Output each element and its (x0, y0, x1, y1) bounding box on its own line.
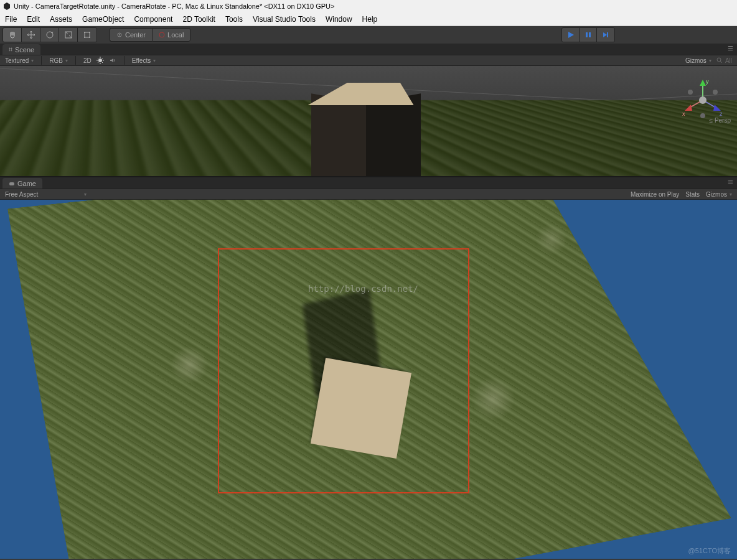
scene-tab-icon: ⌗ (9, 45, 12, 54)
menu-tools[interactable]: Tools (225, 15, 243, 24)
menu-edit[interactable]: Edit (27, 15, 40, 24)
move-tool[interactable] (22, 28, 40, 42)
menu-help[interactable]: Help (362, 15, 378, 24)
svg-marker-22 (685, 105, 692, 111)
menu-vstools[interactable]: Visual Studio Tools (253, 15, 316, 24)
search-icon (716, 57, 723, 63)
svg-point-10 (159, 32, 164, 37)
pivot-controls: Center Local (110, 28, 190, 42)
stats-toggle[interactable]: Stats (685, 191, 700, 198)
scene-viewport[interactable]: y x z ≤ Persp (0, 66, 737, 176)
lighting-toggle[interactable] (96, 57, 104, 64)
2d-toggle[interactable]: 2D (83, 57, 92, 64)
effects-dropdown[interactable]: Effects▾ (132, 57, 156, 64)
svg-rect-15 (607, 32, 608, 37)
pivot-center-button[interactable]: Center (110, 28, 152, 42)
aspect-dropdown[interactable]: Free Aspect▾ (5, 191, 87, 198)
svg-point-27 (688, 90, 693, 95)
window-title: Unity - CameraTargetRotate.unity - Camer… (14, 2, 334, 10)
maximize-toggle[interactable]: Maximize on Play (631, 191, 679, 198)
sun-icon (96, 57, 104, 64)
svg-point-6 (84, 37, 85, 38)
svg-marker-0 (4, 2, 10, 10)
svg-text:x: x (682, 111, 685, 117)
pause-button[interactable] (580, 28, 597, 42)
panel-menu-icon[interactable]: ☰ (728, 45, 733, 52)
menu-component[interactable]: Component (134, 15, 172, 24)
step-icon (602, 31, 609, 39)
projection-label[interactable]: ≤ Persp (710, 117, 731, 124)
svg-point-7 (89, 37, 90, 38)
scene-search[interactable]: All (716, 57, 732, 64)
game-options-bar: Free Aspect▾ Maximize on Play Stats Gizm… (0, 189, 737, 200)
svg-point-16 (98, 58, 102, 62)
shading-mode-dropdown[interactable]: Textured▾ (5, 57, 34, 64)
scene-options-bar: Textured▾ RGB▾ 2D Effects▾ Gizmos▾ All (0, 55, 737, 66)
svg-point-24 (699, 96, 706, 104)
hand-tool[interactable] (3, 28, 22, 42)
watermark-url: http://blog.csdn.net/ (308, 284, 418, 294)
rotate-tool[interactable] (40, 28, 59, 42)
menu-window[interactable]: Window (326, 15, 352, 24)
menu-2dtoolkit[interactable]: 2D Toolkit (182, 15, 215, 24)
svg-point-25 (700, 113, 705, 118)
main-menu-bar: File Edit Assets GameObject Component 2D… (0, 12, 737, 26)
play-button[interactable] (562, 28, 580, 42)
pause-icon (584, 31, 592, 39)
game-tab-row: Game ☰ (0, 177, 737, 189)
menu-assets[interactable]: Assets (50, 15, 72, 24)
panel-menu-icon[interactable]: ☰ (728, 179, 733, 185)
game-tab[interactable]: Game (2, 178, 42, 189)
audio-toggle[interactable] (109, 57, 116, 64)
scale-tool[interactable] (59, 28, 78, 42)
svg-point-5 (89, 32, 90, 33)
rect-tool[interactable] (78, 28, 96, 42)
play-icon (567, 31, 575, 39)
main-toolbar: Center Local (0, 26, 737, 44)
play-controls (561, 27, 615, 42)
game-tab-icon (9, 180, 15, 187)
audio-icon (109, 57, 116, 64)
svg-point-4 (84, 32, 85, 33)
scene-cube-object (311, 78, 423, 176)
local-icon (159, 32, 165, 38)
game-gizmos-dropdown[interactable]: Gizmos▾ (706, 191, 732, 198)
menu-gameobject[interactable]: GameObject (82, 15, 124, 24)
game-viewport[interactable]: http://blog.csdn.net/ @51CTO博客 (0, 200, 737, 559)
svg-point-26 (713, 90, 718, 95)
svg-rect-3 (85, 32, 90, 37)
gizmos-dropdown[interactable]: Gizmos▾ (685, 57, 711, 64)
svg-marker-11 (568, 32, 574, 38)
svg-marker-14 (603, 32, 607, 37)
svg-rect-12 (586, 32, 588, 37)
scene-tab-row: ⌗ Scene ☰ (0, 44, 737, 55)
transform-tools (2, 27, 97, 42)
pivot-local-button[interactable]: Local (152, 28, 190, 42)
footer-watermark: @51CTO博客 (688, 546, 731, 556)
svg-rect-13 (589, 32, 591, 37)
svg-marker-21 (700, 80, 706, 86)
menu-file[interactable]: File (5, 15, 17, 24)
scene-tab[interactable]: ⌗ Scene (2, 44, 40, 55)
svg-text:y: y (706, 78, 709, 85)
svg-rect-31 (9, 182, 14, 185)
render-mode-dropdown[interactable]: RGB▾ (49, 57, 68, 64)
svg-marker-23 (713, 105, 721, 111)
svg-point-9 (119, 34, 120, 35)
window-title-bar: Unity - CameraTargetRotate.unity - Camer… (0, 0, 737, 12)
svg-text:z: z (720, 111, 723, 117)
unity-logo-icon (2, 2, 11, 11)
step-button[interactable] (597, 28, 614, 42)
center-icon (116, 32, 123, 38)
